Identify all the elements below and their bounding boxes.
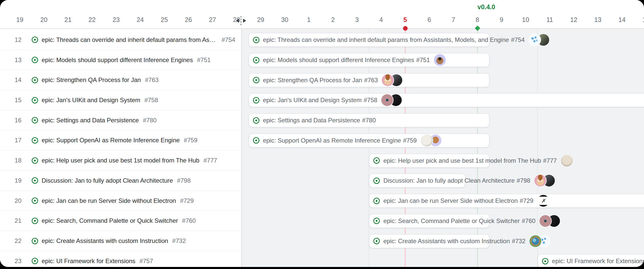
table-row-18[interactable]: 18epic: Help user pick and use best 1st …	[0, 150, 241, 171]
table-row-12[interactable]: 12epic: Threads can override and inherit…	[0, 30, 241, 50]
avatar-glyph: ✗	[541, 198, 546, 204]
morty-cartoon-avatar[interactable]	[381, 74, 394, 87]
open-issue-icon	[373, 157, 380, 164]
date-label-2[interactable]: 2	[331, 16, 335, 24]
roadmap-bar-732[interactable]: epic: Create Assistants with custom Inst…	[369, 234, 489, 248]
table-row-22[interactable]: 22epic: Create Assistants with custom In…	[0, 231, 241, 251]
item-title[interactable]: Discussion: Jan to fully adopt Clean Arc…	[42, 177, 173, 184]
date-label-23[interactable]: 23	[113, 16, 120, 24]
date-label-10[interactable]: 10	[522, 16, 529, 24]
item-title[interactable]: epic: Jan can be run Server Side without…	[42, 197, 176, 204]
eye-logo-avatar[interactable]	[539, 215, 552, 227]
bar-issue-number: #732	[512, 238, 525, 245]
date-label-6[interactable]: 6	[428, 16, 431, 24]
roadmap-bar-798[interactable]: Discussion: Jan to fully adopt Clean Arc…	[369, 174, 465, 188]
roadmap-bar-757[interactable]: epic: UI Framework for Extensions#757	[538, 254, 644, 267]
date-label-12[interactable]: 12	[570, 16, 577, 24]
date-label-14[interactable]: 14	[618, 16, 626, 24]
table-row-21[interactable]: 21epic: Search, Command Palette or Quick…	[0, 211, 241, 231]
date-label-11[interactable]: 11	[546, 16, 553, 24]
column-resize-cursor-icon[interactable]	[235, 16, 247, 25]
pale-animal-avatar[interactable]	[560, 154, 573, 167]
table-row-14[interactable]: 14epic: Strengthen QA Process for Jan#76…	[0, 70, 241, 90]
open-issue-icon	[373, 238, 380, 244]
table-row-15[interactable]: 15epic: Jan's UIKit and Design System#75…	[0, 90, 241, 110]
table-row-23[interactable]: 23epic: UI Framework for Extensions#757	[0, 251, 241, 267]
open-issue-icon	[31, 117, 38, 124]
table-row-19[interactable]: 19Discussion: Jan to fully adopt Clean A…	[0, 171, 241, 191]
item-issue-number: #757	[140, 258, 153, 265]
signature-logo-avatar[interactable]: ✗	[537, 194, 550, 207]
item-title[interactable]: epic: Threads can override and inherit d…	[42, 36, 217, 43]
milestone-label: v0.4.0	[477, 3, 495, 11]
item-issue-number: #758	[144, 97, 158, 104]
open-issue-icon	[31, 238, 38, 244]
bar-title: epic: UI Framework for Extensions	[552, 258, 644, 265]
user-illustration-avatar[interactable]	[433, 54, 446, 66]
date-label-25[interactable]: 25	[161, 16, 168, 24]
roadmap-bar-763[interactable]: epic: Strengthen QA Process for Jan#763	[249, 73, 490, 87]
assignee-avatars	[433, 54, 446, 66]
item-title[interactable]: epic: Jan's UIKit and Design System	[42, 97, 140, 104]
item-title[interactable]: epic: Models should support different In…	[42, 56, 193, 64]
date-label-27[interactable]: 27	[209, 16, 216, 24]
item-title[interactable]: epic: Search, Command Palette or Quick S…	[42, 217, 178, 224]
white-cat-avatar[interactable]	[420, 134, 433, 147]
table-row-13[interactable]: 13epic: Models should support different …	[0, 50, 241, 70]
date-label-22[interactable]: 22	[88, 16, 96, 24]
item-title[interactable]: epic: Create Assistants with custom Inst…	[42, 237, 168, 244]
table-row-16[interactable]: 16epic: Settings and Data Persistence#78…	[0, 110, 241, 131]
bar-title: epic: Search, Command Palette or Quick S…	[383, 217, 520, 225]
row-number: 12	[0, 36, 21, 43]
timeline-header[interactable]: 1920212223242526272829301234567891011121…	[0, 0, 644, 29]
date-label-19[interactable]: 19	[16, 16, 24, 24]
open-issue-icon	[253, 57, 260, 64]
assignee-avatars	[529, 235, 550, 248]
date-label-5[interactable]: 5	[404, 16, 407, 24]
item-title[interactable]: epic: Strengthen QA Process for Jan	[42, 76, 141, 84]
roadmap-bar-777[interactable]: epic: Help user pick and use best 1st mo…	[369, 154, 489, 168]
date-label-21[interactable]: 21	[64, 16, 72, 24]
date-label-4[interactable]: 4	[379, 16, 383, 24]
assignee-avatars: ✗	[537, 194, 550, 207]
date-label-8[interactable]: 8	[476, 16, 479, 24]
roadmap-bar-758[interactable]: epic: Jan's UIKit and Design System#758	[249, 93, 644, 107]
row-number: 21	[0, 217, 21, 224]
open-issue-icon	[31, 258, 38, 264]
cat-art-avatar[interactable]	[529, 235, 542, 248]
open-issue-icon	[31, 97, 38, 104]
date-label-9[interactable]: 9	[500, 16, 503, 24]
date-label-1[interactable]: 1	[307, 16, 311, 24]
item-title[interactable]: epic: Settings and Data Persistence	[42, 117, 139, 124]
date-label-15[interactable]: 15	[642, 16, 644, 24]
date-label-29[interactable]: 29	[257, 16, 264, 24]
item-title[interactable]: epic: UI Framework for Extensions	[42, 258, 135, 265]
open-issue-icon	[253, 117, 260, 124]
roadmap-bar-729[interactable]: epic: Jan can be run Server Side without…	[369, 194, 644, 208]
date-label-20[interactable]: 20	[40, 16, 48, 24]
table-row-17[interactable]: 17epic: Support OpenAI as Remote Inferen…	[0, 131, 241, 151]
open-issue-icon	[373, 217, 380, 224]
table-row-20[interactable]: 20epic: Jan can be run Server Side witho…	[0, 191, 241, 211]
date-label-7[interactable]: 7	[452, 16, 455, 24]
item-title[interactable]: epic: Support OpenAI as Remote Inference…	[42, 137, 180, 144]
date-label-26[interactable]: 26	[185, 16, 192, 24]
row-number: 18	[0, 157, 21, 164]
resize-dashed-line	[241, 16, 241, 25]
roadmap-bar-751[interactable]: epic: Models should support different In…	[249, 53, 490, 67]
item-title[interactable]: epic: Help user pick and use best 1st mo…	[42, 157, 199, 164]
date-label-30[interactable]: 30	[281, 16, 288, 24]
roadmap-bar-780[interactable]: epic: Settings and Data Persistence#780	[249, 113, 490, 127]
bar-issue-number: #751	[416, 56, 430, 64]
assignee-avatars	[381, 74, 403, 87]
jan-logo-avatar[interactable]	[528, 33, 541, 46]
date-label-3[interactable]: 3	[355, 16, 359, 24]
assignee-avatars	[560, 154, 573, 167]
roadmap-bar-759[interactable]: epic: Support OpenAI as Remote Inference…	[249, 134, 490, 147]
bar-title: epic: Support OpenAI as Remote Inference…	[263, 137, 401, 144]
roadmap-bar-760[interactable]: epic: Search, Command Palette or Quick S…	[369, 214, 489, 228]
resize-right-arrow-icon	[243, 19, 246, 23]
date-label-24[interactable]: 24	[137, 16, 144, 24]
date-label-13[interactable]: 13	[594, 16, 602, 24]
roadmap-bar-754[interactable]: epic: Threads can override and inherit d…	[249, 33, 490, 47]
